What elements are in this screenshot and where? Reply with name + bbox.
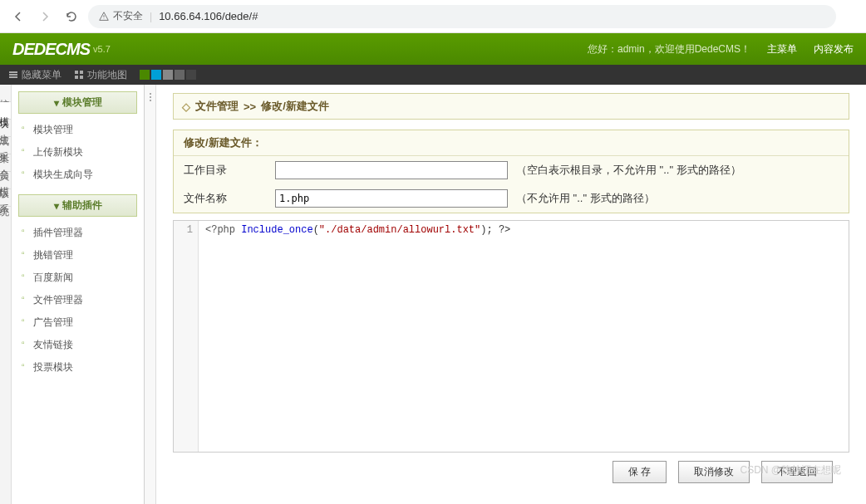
swatch-green[interactable]: [140, 70, 150, 80]
file-name-label: 文件名称: [184, 191, 267, 206]
vtab-generate[interactable]: 生成: [0, 120, 11, 137]
app-header: DEDECMS v5.7 您好：admin，欢迎使用DedeCMS！ 主菜单 内…: [0, 33, 866, 65]
file-name-input[interactable]: [275, 189, 508, 208]
url-text: 10.66.64.106/dede/#: [159, 10, 258, 22]
vtab-system[interactable]: 系统: [0, 189, 11, 207]
code-area[interactable]: <?php Include_once("./data/admin/allowur…: [199, 221, 849, 452]
diamond-icon: ◇: [182, 100, 190, 113]
content-publish-link[interactable]: 内容发布: [814, 42, 854, 56]
button-bar: 保 存 取消修改 不理返回 CSDN @魏林还在想呢: [173, 453, 849, 492]
main-menu-link[interactable]: 主菜单: [767, 42, 797, 56]
save-button[interactable]: 保 存: [613, 461, 667, 483]
breadcrumb: ◇ 文件管理 >> 修改/新建文件: [173, 93, 849, 120]
back-icon[interactable]: [8, 7, 28, 27]
chevron-down-icon: ▾: [54, 200, 59, 212]
logo: DEDECMS: [12, 40, 90, 59]
welcome-text: 您好：admin，欢迎使用DedeCMS！: [588, 42, 750, 56]
sidebar-item-file-manager[interactable]: 文件管理器: [18, 289, 137, 311]
svg-rect-2: [9, 71, 17, 73]
svg-point-1: [104, 18, 105, 19]
function-map-link[interactable]: 功能地图: [74, 68, 127, 82]
menu-icon: [8, 70, 18, 80]
swatch-gray2[interactable]: [175, 70, 185, 80]
svg-rect-6: [80, 71, 83, 74]
sidebar-section-plugin[interactable]: ▾ 辅助插件: [18, 194, 137, 217]
vertical-tabs: 核心 模块 生成 采集 会员 模版 系统: [0, 85, 12, 504]
chevron-down-icon: ▾: [54, 97, 59, 109]
url-bar[interactable]: 不安全 | 10.66.64.106/dede/#: [88, 5, 836, 28]
grid-icon: [74, 70, 84, 80]
sidebar-item-vote-module[interactable]: 投票模块: [18, 356, 137, 379]
vtab-module[interactable]: 模块: [0, 102, 11, 120]
work-dir-label: 工作目录: [184, 163, 267, 178]
sidebar-item-upload-module[interactable]: 上传新模块: [18, 141, 137, 164]
svg-rect-7: [75, 76, 78, 79]
sidebar-item-error-manage[interactable]: 挑错管理: [18, 244, 137, 267]
insecure-label: 不安全: [113, 9, 143, 23]
breadcrumb-root[interactable]: 文件管理: [195, 99, 239, 114]
svg-rect-4: [9, 76, 17, 78]
work-dir-hint: （空白表示根目录，不允许用 ".." 形式的路径）: [516, 163, 741, 178]
svg-rect-8: [80, 76, 83, 79]
code-editor[interactable]: 1 <?php Include_once("./data/admin/allow…: [173, 220, 849, 453]
swatch-gray1[interactable]: [163, 70, 173, 80]
vtab-core[interactable]: 核心: [0, 85, 11, 102]
theme-swatches: [140, 70, 196, 80]
breadcrumb-current: 修改/新建文件: [261, 99, 329, 114]
sidebar-item-ad-manage[interactable]: 广告管理: [18, 311, 137, 334]
form-block: 修改/新建文件： 工作目录 （空白表示根目录，不允许用 ".." 形式的路径） …: [173, 130, 849, 213]
cancel-button[interactable]: 取消修改: [678, 461, 750, 483]
swatch-blue[interactable]: [151, 70, 161, 80]
vtab-template[interactable]: 模版: [0, 172, 11, 189]
form-title: 修改/新建文件：: [174, 130, 849, 156]
sidebar-item-baidu-news[interactable]: 百度新闻: [18, 267, 137, 289]
reload-icon[interactable]: [62, 7, 81, 27]
version: v5.7: [93, 44, 111, 54]
sidebar-item-module-manage[interactable]: 模块管理: [18, 119, 137, 141]
sub-toolbar: 隐藏菜单 功能地图: [0, 65, 866, 85]
sidebar-item-module-wizard[interactable]: 模块生成向导: [18, 164, 137, 186]
file-name-hint: （不允许用 ".." 形式的路径）: [516, 191, 655, 206]
work-dir-input[interactable]: [275, 161, 508, 179]
gutter: 1: [174, 221, 199, 452]
sidebar-item-friend-link[interactable]: 友情链接: [18, 334, 137, 356]
insecure-icon: [98, 11, 110, 22]
splitter[interactable]: [145, 85, 156, 504]
sidebar-item-plugin-manager[interactable]: 插件管理器: [18, 222, 137, 244]
vtab-collect[interactable]: 采集: [0, 137, 11, 154]
sidebar: ▾ 模块管理 模块管理 上传新模块 模块生成向导 ▾ 辅助插件 插件管理器 挑错…: [12, 85, 145, 504]
svg-rect-5: [75, 71, 78, 74]
forward-icon[interactable]: [35, 7, 55, 27]
watermark: CSDN @魏林还在想呢: [740, 463, 841, 477]
content-area: ◇ 文件管理 >> 修改/新建文件 修改/新建文件： 工作目录 （空白表示根目录…: [156, 85, 866, 504]
swatch-gray3[interactable]: [186, 70, 196, 80]
browser-bar: 不安全 | 10.66.64.106/dede/#: [0, 0, 866, 33]
hide-menu-link[interactable]: 隐藏菜单: [8, 68, 62, 82]
vtab-member[interactable]: 会员: [0, 154, 11, 172]
sidebar-section-module[interactable]: ▾ 模块管理: [18, 91, 137, 114]
svg-rect-3: [9, 74, 17, 76]
